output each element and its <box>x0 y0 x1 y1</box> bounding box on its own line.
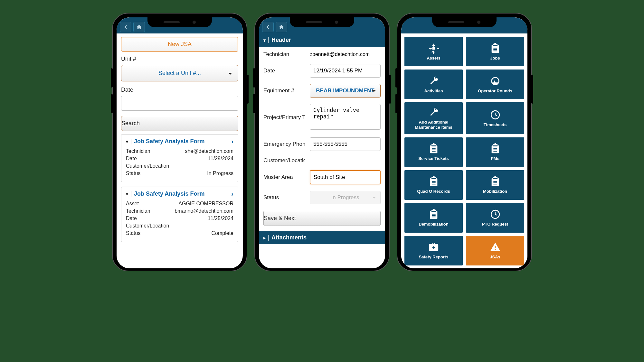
home-button[interactable] <box>133 22 145 32</box>
row-label: Technician <box>126 208 150 214</box>
section-title: Header <box>271 37 291 43</box>
technician-label: Technician <box>263 51 305 58</box>
row-label: Date <box>126 216 137 221</box>
phone-3: AssetsJobsActivitiesOperator RoundsAdd A… <box>397 13 532 271</box>
unit-label: Unit # <box>121 56 238 62</box>
card-title: Job Safety Analysis Form <box>134 138 229 145</box>
row-label: Asset <box>126 201 139 207</box>
section-title: Attachments <box>271 234 307 241</box>
warning-icon <box>490 242 501 253</box>
technician-value: zbennett@detechtion.com <box>310 51 381 57</box>
menu-tile-safety-reports[interactable]: Safety Reports <box>404 236 463 265</box>
clipboard-icon <box>428 143 439 154</box>
tile-label: Assets <box>427 56 440 61</box>
wrench-icon <box>428 76 439 87</box>
row-label: Technician <box>126 148 150 154</box>
row-value: 11/25/2024 <box>208 216 233 221</box>
menu-tile-quad-o-records[interactable]: Quad O Records <box>404 170 463 200</box>
chevron-right-icon: › <box>231 138 233 145</box>
muster-area-input[interactable] <box>310 170 381 184</box>
menu-tile-pto-request[interactable]: PTO Request <box>466 203 524 233</box>
tile-label: Mobilization <box>483 189 507 194</box>
row-value: In Progress <box>207 171 233 176</box>
tile-label: Service Tickets <box>418 156 449 161</box>
menu-tile-operator-rounds[interactable]: Operator Rounds <box>466 70 524 99</box>
equipment-select[interactable]: BEAR IMPOUNDMENT <box>310 84 381 97</box>
tile-label: Operator Rounds <box>478 88 512 94</box>
menu-tile-assets[interactable]: Assets <box>404 37 463 66</box>
clipboard-icon <box>490 43 501 54</box>
muster-label: Muster Area <box>263 174 305 181</box>
home-icon <box>279 24 284 30</box>
menu-tile-pms[interactable]: PMs <box>466 137 524 167</box>
save-next-button[interactable]: Save & Next <box>263 211 381 226</box>
tile-label: Demobilization <box>419 222 448 227</box>
tile-label: PTO Request <box>482 222 508 227</box>
tile-label: Timesheets <box>484 122 507 127</box>
gauge-icon <box>490 76 501 87</box>
search-button[interactable]: Search <box>121 116 238 131</box>
notch <box>147 17 212 27</box>
menu-tile-jobs[interactable]: Jobs <box>466 37 524 66</box>
phone-1: New JSA Unit # Select a Unit #... Date S… <box>112 13 247 271</box>
row-label: Status <box>126 230 140 236</box>
emergency-label: Emergency Phone <box>263 141 305 147</box>
row-label: Date <box>126 156 137 162</box>
new-jsa-button[interactable]: New JSA <box>121 37 238 52</box>
chevron-right-icon: ▸ <box>263 235 266 240</box>
row-value: bmarino@detechtion.com <box>175 208 233 214</box>
home-icon <box>136 24 142 30</box>
project-textarea[interactable] <box>310 104 381 130</box>
tile-label: Activities <box>424 88 443 94</box>
chevron-right-icon: › <box>231 190 233 198</box>
notch <box>432 17 497 27</box>
back-button[interactable] <box>262 22 274 32</box>
date-input[interactable] <box>310 64 381 78</box>
wrench-icon <box>428 107 439 118</box>
date-label: Date <box>263 68 305 74</box>
tile-label: Add Additional Maintenance Items <box>406 120 461 130</box>
attachments-section-toggle[interactable]: ▸ Attachments <box>259 231 385 244</box>
assets-icon <box>428 43 439 54</box>
clipboard-icon <box>490 176 501 187</box>
equipment-label: Equipment # <box>263 88 305 94</box>
header-section-toggle[interactable]: ▾ Header <box>259 33 385 47</box>
row-value: 11/29/2024 <box>208 156 233 162</box>
project-label: Project/Primary Ta <box>263 114 305 121</box>
menu-tile-demobilization[interactable]: Demobilization <box>404 203 463 233</box>
menu-tile-service-tickets[interactable]: Service Tickets <box>404 137 463 167</box>
home-button[interactable] <box>276 22 287 32</box>
menu-tile-jsas[interactable]: JSAs <box>466 236 524 265</box>
tile-label: Jobs <box>490 56 500 61</box>
jsa-card[interactable]: ▾ Job Safety Analysis Form › Technicians… <box>121 134 238 182</box>
status-label: Status <box>263 194 305 201</box>
unit-select[interactable]: Select a Unit #... <box>121 65 238 81</box>
menu-tile-activities[interactable]: Activities <box>404 70 463 99</box>
chevron-left-icon <box>265 24 271 30</box>
tile-label: PMs <box>491 156 499 161</box>
date-input[interactable] <box>121 96 238 111</box>
clock-icon <box>490 109 501 120</box>
back-button[interactable] <box>120 22 131 32</box>
notch <box>290 17 354 27</box>
status-select: In Progress <box>310 191 381 204</box>
menu-tile-mobilization[interactable]: Mobilization <box>466 170 524 200</box>
chevron-down-icon[interactable]: ▾ <box>126 191 128 197</box>
row-label: Status <box>126 171 140 176</box>
phone-2: ▾ Header Technician zbennett@detechtion.… <box>254 13 390 271</box>
row-value: she@detechtion.com <box>185 148 233 154</box>
tile-label: Quad O Records <box>417 189 450 194</box>
custloc-label: Customer/Locatio <box>263 157 305 164</box>
menu-tile-add-additional-maintenance-items[interactable]: Add Additional Maintenance Items <box>404 102 463 134</box>
menu-tile-timesheets[interactable]: Timesheets <box>466 102 524 134</box>
clipboard-icon <box>428 209 439 220</box>
date-label: Date <box>121 87 238 93</box>
chevron-left-icon <box>123 24 128 30</box>
jsa-card[interactable]: ▾ Job Safety Analysis Form › AssetAGGIE … <box>121 187 238 242</box>
row-value: Complete <box>212 230 233 236</box>
medkit-icon <box>428 242 439 253</box>
clock-icon <box>490 209 501 220</box>
chevron-down-icon[interactable]: ▾ <box>126 139 128 144</box>
emergency-phone-input[interactable] <box>310 137 381 151</box>
tile-label: JSAs <box>490 255 500 260</box>
